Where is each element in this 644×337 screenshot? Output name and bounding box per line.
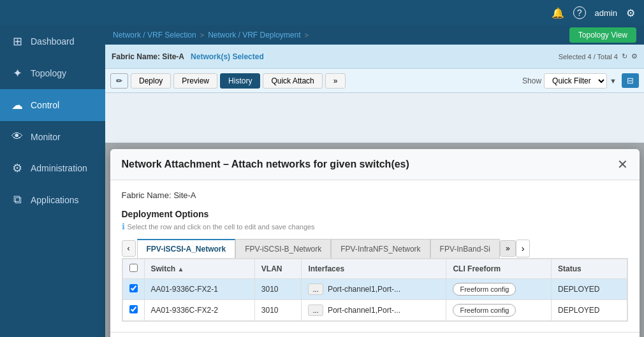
notification-icon[interactable]: 🔔 — [552, 7, 564, 19]
modal-footer: Save — [110, 332, 640, 337]
modal-title: Network Attachment – Attach networks for… — [122, 159, 409, 170]
interfaces-ellipsis-0[interactable]: ... — [308, 283, 323, 295]
fabric-bar: Fabric Name: Site-A Network(s) Selected … — [105, 45, 644, 69]
select-all-checkbox[interactable] — [129, 264, 138, 272]
col-header-interfaces: Interfaces — [302, 259, 446, 279]
deploy-button[interactable]: Deploy — [131, 73, 171, 89]
freeform-button-1[interactable]: Freeform config — [453, 304, 516, 317]
funnel-button[interactable]: ⊟ — [622, 73, 639, 88]
modal-tabs: ‹ FPV-iSCSI-A_NetworkFPV-iSCSI-B_Network… — [122, 239, 628, 259]
table-row[interactable]: AA01-9336C-FX2-2 3010 ... Port-channel1,… — [122, 300, 627, 321]
col-header-cli_freeform: CLI Freeform — [446, 259, 552, 279]
networks-selected-label: Network(s) Selected — [191, 52, 264, 61]
col-header-status: Status — [552, 259, 627, 279]
user-label: admin — [595, 8, 617, 18]
quick-attach-button[interactable]: Quick Attach — [263, 73, 322, 89]
row-status-0: DEPLOYED — [552, 279, 627, 300]
fabric-name-label: Fabric Name: Site-A Network(s) Selected — [112, 52, 264, 61]
sidebar-icon-control: ☁ — [10, 98, 24, 112]
sidebar-item-monitor[interactable]: 👁 Monitor — [0, 121, 105, 152]
row-interfaces-0[interactable]: ... Port-channel1,Port-... — [302, 279, 446, 300]
sidebar-label-topology: Topology — [31, 68, 66, 78]
row-status-1: DEPLOYED — [552, 300, 627, 321]
history-button[interactable]: History — [220, 73, 260, 89]
tab-fpv-inband[interactable]: FPV-InBand-Si — [430, 239, 500, 258]
breadcrumb-bar: Network / VRF Selection > Network / VRF … — [105, 25, 644, 45]
sidebar-label-administration: Administration — [31, 163, 87, 173]
deployment-hint: ℹ Select the row and click on the cell t… — [122, 222, 628, 231]
col-header-checkbox — [122, 259, 144, 279]
quick-filter-select[interactable]: Quick Filter — [544, 73, 607, 89]
settings-icon[interactable]: ⚙ — [626, 7, 635, 19]
nav-overflow-button[interactable]: » — [325, 73, 346, 89]
row-switch-0: AA01-9336C-FX2-1 — [144, 279, 254, 300]
tab-fpv-infranfs[interactable]: FPV-InfraNFS_Network — [331, 239, 430, 258]
sidebar-icon-topology: ✦ — [10, 66, 24, 80]
row-interfaces-1[interactable]: ... Port-channel1,Port-... — [302, 300, 446, 321]
selected-count: Selected 4 / Total 4 — [559, 53, 618, 61]
main-area: Network / VRF Selection > Network / VRF … — [105, 25, 644, 337]
sidebar-icon-monitor: 👁 — [10, 130, 24, 143]
row-checkbox-0[interactable] — [129, 284, 138, 292]
breadcrumb-sep2: > — [305, 31, 309, 39]
row-checkbox-cell-1[interactable] — [122, 300, 144, 321]
tab-prev-button[interactable]: ‹ — [122, 240, 136, 257]
topology-view-button[interactable]: Topology View — [569, 27, 636, 43]
sort-arrow: ▲ — [178, 266, 184, 273]
sidebar-icon-applications: ⧉ — [10, 193, 24, 206]
fabric-settings-icon[interactable]: ⚙ — [631, 52, 638, 61]
row-checkbox-1[interactable] — [129, 305, 138, 313]
tab-next-button[interactable]: › — [516, 240, 531, 257]
modal-dialog: Network Attachment – Attach networks for… — [110, 149, 640, 337]
interfaces-ellipsis-1[interactable]: ... — [308, 305, 323, 316]
row-vlan-0: 3010 — [254, 279, 302, 300]
sidebar-label-control: Control — [31, 100, 59, 110]
sidebar-item-dashboard[interactable]: ⊞ Dashboard — [0, 25, 105, 57]
content-area: Network Attachment – Attach networks for… — [105, 93, 644, 337]
modal-close-button[interactable]: ✕ — [617, 158, 628, 171]
sidebar: ⊞ Dashboard ✦ Topology ☁ Control 👁 Monit… — [0, 25, 105, 337]
modal-body: Fabric Name: Site-A Deployment Options ℹ… — [110, 180, 640, 332]
filter-dropdown-icon: ▼ — [610, 77, 617, 85]
deployment-options-title: Deployment Options — [122, 209, 628, 219]
tab-fpv-iscsi-b[interactable]: FPV-iSCSI-B_Network — [235, 239, 331, 258]
help-icon[interactable]: ? — [573, 6, 586, 19]
breadcrumb-part2[interactable]: Network / VRF Deployment — [208, 31, 300, 39]
hint-icon: ℹ — [122, 222, 125, 231]
sidebar-item-topology[interactable]: ✦ Topology — [0, 57, 105, 89]
tab-fpv-iscsi-a[interactable]: FPV-iSCSI-A_Network — [137, 239, 236, 258]
modal-header: Network Attachment – Attach networks for… — [110, 149, 640, 180]
breadcrumb-part1[interactable]: Network / VRF Selection — [113, 31, 196, 39]
breadcrumb-sep1: > — [200, 31, 204, 39]
sidebar-icon-administration: ⚙ — [10, 161, 24, 175]
row-freeform-1[interactable]: Freeform config — [446, 300, 552, 321]
interfaces-text-1: Port-channel1,Port-... — [328, 306, 400, 315]
sidebar-item-applications[interactable]: ⧉ Applications — [0, 184, 105, 215]
modal-overlay: Network Attachment – Attach networks for… — [105, 143, 644, 337]
sidebar-label-applications: Applications — [31, 195, 79, 205]
sidebar-label-monitor: Monitor — [31, 132, 61, 142]
sidebar-item-administration[interactable]: ⚙ Administration — [0, 152, 105, 184]
table-row[interactable]: AA01-9336C-FX2-1 3010 ... Port-channel1,… — [122, 279, 627, 300]
data-table: Switch ▲VLANInterfacesCLI FreeformStatus… — [122, 259, 627, 321]
refresh-icon[interactable]: ↻ — [622, 52, 627, 61]
action-bar: ✏ Deploy Preview History Quick Attach » … — [105, 69, 644, 93]
hint-text: Select the row and click on the cell to … — [128, 223, 315, 231]
edit-button[interactable]: ✏ — [110, 73, 128, 89]
sidebar-label-dashboard: Dashboard — [31, 36, 75, 47]
modal-fabric-name: Fabric Name: Site-A — [122, 190, 628, 200]
row-switch-1: AA01-9336C-FX2-2 — [144, 300, 254, 321]
interfaces-text-0: Port-channel1,Port-... — [328, 285, 400, 294]
row-checkbox-cell-0[interactable] — [122, 279, 144, 300]
sidebar-icon-dashboard: ⊞ — [10, 34, 24, 48]
table-container: Switch ▲VLANInterfacesCLI FreeformStatus… — [122, 259, 628, 322]
tab-overflow-button[interactable]: » — [500, 240, 516, 257]
freeform-button-0[interactable]: Freeform config — [453, 283, 516, 296]
topbar: 🔔 ? admin ⚙ — [0, 0, 644, 25]
sidebar-item-control[interactable]: ☁ Control — [0, 89, 105, 121]
row-freeform-0[interactable]: Freeform config — [446, 279, 552, 300]
col-header-switch[interactable]: Switch ▲ — [144, 259, 254, 279]
col-header-vlan: VLAN — [254, 259, 302, 279]
row-vlan-1: 3010 — [254, 300, 302, 321]
preview-button[interactable]: Preview — [173, 73, 217, 89]
